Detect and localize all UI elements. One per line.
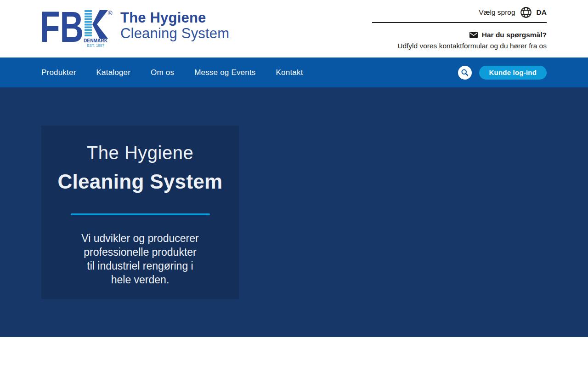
brand-tagline-line2: Cleaning System xyxy=(120,26,229,41)
search-icon xyxy=(461,69,469,76)
brand-tagline-line1: The Hygiene xyxy=(120,10,229,26)
search-button[interactable] xyxy=(458,66,472,80)
hero-panel: The Hygiene Cleaning System Vi udvikler … xyxy=(41,126,239,299)
topbar-right: Vælg sprog DA Har du spørgsmål? Udfyld v… xyxy=(372,0,547,50)
contact-row: Udfyld vores kontaktformular og du hører… xyxy=(372,42,547,50)
nav-item-messe-og-events[interactable]: Messe og Events xyxy=(194,68,255,77)
main-navigation: Produkter Kataloger Om os Messe og Event… xyxy=(0,58,588,87)
contact-text-before: Udfyld vores xyxy=(397,42,439,50)
contact-form-link[interactable]: kontaktformular xyxy=(439,42,488,50)
page-bottom-whitespace xyxy=(0,337,588,368)
language-code: DA xyxy=(537,8,547,17)
nav-item-kontakt[interactable]: Kontakt xyxy=(276,68,303,77)
contact-text-after: og du hører fra os xyxy=(488,42,547,50)
fbk-logo-country: DENMARK xyxy=(84,38,108,43)
envelope-icon xyxy=(469,32,478,38)
language-label: Vælg sprog xyxy=(479,8,515,17)
question-heading-row: Har du spørgsmål? xyxy=(372,31,547,39)
hero-section: The Hygiene Cleaning System Vi udvikler … xyxy=(0,87,588,337)
nav-item-kataloger[interactable]: Kataloger xyxy=(96,68,131,77)
hero-title: The Hygiene Cleaning System xyxy=(41,142,239,193)
fbk-logo-established: EST. 1887 xyxy=(87,43,104,48)
nav-item-om-os[interactable]: Om os xyxy=(151,68,174,77)
language-selector[interactable]: Vælg sprog DA xyxy=(372,0,547,18)
hero-description: Vi udvikler og producerer professionelle… xyxy=(41,231,239,287)
site-header: FB ® DENMARK EST. 1887 The Hygiene Clean… xyxy=(0,0,588,58)
brand-logo-link[interactable]: FB ® DENMARK EST. 1887 The Hygiene Clean… xyxy=(41,9,229,48)
customer-login-button[interactable]: Kunde log-ind xyxy=(479,66,547,80)
fbk-logo-stripes xyxy=(85,10,92,36)
hero-title-line1: The Hygiene xyxy=(41,142,239,163)
brand-tagline: The Hygiene Cleaning System xyxy=(120,9,229,41)
topbar-divider xyxy=(372,22,547,23)
hero-divider-line xyxy=(71,213,210,215)
registered-icon: ® xyxy=(108,10,113,17)
globe-icon xyxy=(520,6,532,18)
question-heading: Har du spørgsmål? xyxy=(482,31,547,39)
fbk-logo-letters: FB xyxy=(41,9,84,48)
nav-items: Produkter Kataloger Om os Messe og Event… xyxy=(41,68,303,77)
hero-title-line2: Cleaning System xyxy=(41,170,239,193)
fbk-logo-k-arms xyxy=(92,10,108,39)
fbk-logo: FB ® DENMARK EST. 1887 xyxy=(41,9,114,48)
nav-item-produkter[interactable]: Produkter xyxy=(41,68,76,77)
nav-right: Kunde log-ind xyxy=(458,66,547,80)
